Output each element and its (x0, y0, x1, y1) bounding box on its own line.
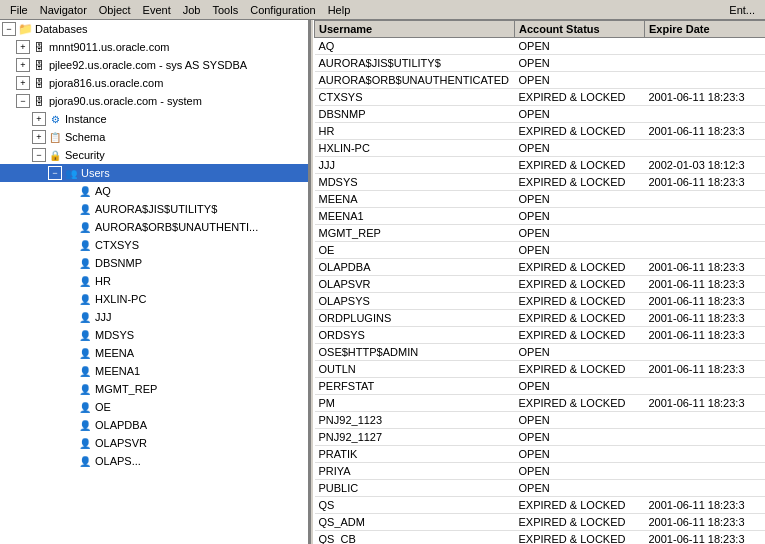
tree-label-aurora-orb: AURORA$ORB$UNAUTHENTI... (95, 221, 258, 233)
tree-node-user-aurora-jis[interactable]: 👤 AURORA$JIS$UTILITY$ (0, 200, 308, 218)
col-expire-date[interactable]: Expire Date (645, 21, 766, 38)
cell-expire: 2001-06-11 18:23:3 (645, 531, 766, 545)
table-row[interactable]: QSEXPIRED & LOCKED2001-06-11 18:23:3 (315, 497, 766, 514)
tree-node-user-oe[interactable]: 👤 OE (0, 398, 308, 416)
table-row[interactable]: PNJ92_1127OPEN (315, 429, 766, 446)
leaf-dbsnmp (62, 256, 76, 270)
tree-node-users[interactable]: − 👥 Users (0, 164, 308, 182)
tree-node-mnnt9011[interactable]: + 🗄 mnnt9011.us.oracle.com (0, 38, 308, 56)
expand-pjora816[interactable]: + (16, 76, 30, 90)
cell-status: OPEN (515, 72, 645, 89)
tree-node-schema[interactable]: + 📋 Schema (0, 128, 308, 146)
tree-node-user-mdsys[interactable]: 👤 MDSYS (0, 326, 308, 344)
tree-node-security[interactable]: − 🔒 Security (0, 146, 308, 164)
table-row[interactable]: OLAPDBAEXPIRED & LOCKED2001-06-11 18:23:… (315, 259, 766, 276)
col-account-status[interactable]: Account Status (515, 21, 645, 38)
cell-status: OPEN (515, 208, 645, 225)
cell-username: PRATIK (315, 446, 515, 463)
expand-pjlee92[interactable]: + (16, 58, 30, 72)
tree-node-user-aq[interactable]: 👤 AQ (0, 182, 308, 200)
user-icon: 👤 (77, 237, 93, 253)
expand-users[interactable]: − (48, 166, 62, 180)
table-row[interactable]: PRATIKOPEN (315, 446, 766, 463)
cell-username: AURORA$ORB$UNAUTHENTICATED (315, 72, 515, 89)
cell-expire (645, 446, 766, 463)
tree-node-user-hxlin[interactable]: 👤 HXLIN-PC (0, 290, 308, 308)
table-row[interactable]: OEOPEN (315, 242, 766, 259)
user-icon: 👤 (77, 435, 93, 451)
table-row[interactable]: OUTLNEXPIRED & LOCKED2001-06-11 18:23:3 (315, 361, 766, 378)
menu-tools[interactable]: Tools (207, 2, 245, 18)
menu-navigator[interactable]: Navigator (34, 2, 93, 18)
expand-security[interactable]: − (32, 148, 46, 162)
tree-node-user-jjj[interactable]: 👤 JJJ (0, 308, 308, 326)
user-icon: 👤 (77, 453, 93, 469)
menu-job[interactable]: Job (177, 2, 207, 18)
expand-pjora90[interactable]: − (16, 94, 30, 108)
tree-node-pjlee92[interactable]: + 🗄 pjlee92.us.oracle.com - sys AS SYSDB… (0, 56, 308, 74)
tree-node-pjora90[interactable]: − 🗄 pjora90.us.oracle.com - system (0, 92, 308, 110)
tree-node-instance[interactable]: + ⚙ Instance (0, 110, 308, 128)
leaf-mgmt-rep (62, 382, 76, 396)
table-row[interactable]: PMEXPIRED & LOCKED2001-06-11 18:23:3 (315, 395, 766, 412)
table-row[interactable]: ORDPLUGINSEXPIRED & LOCKED2001-06-11 18:… (315, 310, 766, 327)
table-row[interactable]: AQOPEN (315, 38, 766, 55)
table-row[interactable]: PUBLICOPEN (315, 480, 766, 497)
menu-event[interactable]: Event (137, 2, 177, 18)
expand-databases[interactable]: − (2, 22, 16, 36)
table-row[interactable]: MEENAOPEN (315, 191, 766, 208)
table-row[interactable]: OLAPSVREXPIRED & LOCKED2001-06-11 18:23:… (315, 276, 766, 293)
tree-label-olapsys: OLAPS... (95, 455, 141, 467)
tree-label-aurora-jis: AURORA$JIS$UTILITY$ (95, 203, 217, 215)
expand-mnnt9011[interactable]: + (16, 40, 30, 54)
tree-node-user-olapsys[interactable]: 👤 OLAPS... (0, 452, 308, 470)
tree-panel[interactable]: − 📁 Databases + 🗄 mnnt9011.us.oracle.com… (0, 20, 310, 544)
col-username[interactable]: Username (315, 21, 515, 38)
cell-status: OPEN (515, 140, 645, 157)
table-row[interactable]: PERFSTATOPEN (315, 378, 766, 395)
tree-node-user-olapsvr[interactable]: 👤 OLAPSVR (0, 434, 308, 452)
tree-node-user-aurora-orb[interactable]: 👤 AURORA$ORB$UNAUTHENTI... (0, 218, 308, 236)
tree-node-databases[interactable]: − 📁 Databases (0, 20, 308, 38)
menubar: File Navigator Object Event Job Tools Co… (0, 0, 765, 20)
table-row[interactable]: JJJEXPIRED & LOCKED2002-01-03 18:12:3 (315, 157, 766, 174)
user-icon: 👤 (77, 255, 93, 271)
table-row[interactable]: DBSNMPOPEN (315, 106, 766, 123)
cell-expire: 2001-06-11 18:23:3 (645, 395, 766, 412)
tree-node-user-meena1[interactable]: 👤 MEENA1 (0, 362, 308, 380)
leaf-aurora-jis (62, 202, 76, 216)
tree-label-security: Security (65, 149, 105, 161)
cell-username: OLAPSVR (315, 276, 515, 293)
table-row[interactable]: AURORA$ORB$UNAUTHENTICATEDOPEN (315, 72, 766, 89)
tree-node-user-ctxsys[interactable]: 👤 CTXSYS (0, 236, 308, 254)
table-row[interactable]: MDSYSEXPIRED & LOCKED2001-06-11 18:23:3 (315, 174, 766, 191)
expand-instance[interactable]: + (32, 112, 46, 126)
tree-node-pjora816[interactable]: + 🗄 pjora816.us.oracle.com (0, 74, 308, 92)
expand-schema[interactable]: + (32, 130, 46, 144)
cell-username: ORDPLUGINS (315, 310, 515, 327)
table-row[interactable]: HREXPIRED & LOCKED2001-06-11 18:23:3 (315, 123, 766, 140)
tree-node-user-meena[interactable]: 👤 MEENA (0, 344, 308, 362)
table-row[interactable]: ORDSYSEXPIRED & LOCKED2001-06-11 18:23:3 (315, 327, 766, 344)
menu-object[interactable]: Object (93, 2, 137, 18)
table-row[interactable]: PRIYAOPEN (315, 463, 766, 480)
menu-file[interactable]: File (4, 2, 34, 18)
table-row[interactable]: OSE$HTTP$ADMINOPEN (315, 344, 766, 361)
table-row[interactable]: AURORA$JIS$UTILITY$OPEN (315, 55, 766, 72)
menu-help[interactable]: Help (322, 2, 357, 18)
folder-icon: 📁 (17, 21, 33, 37)
table-row[interactable]: MEENA1OPEN (315, 208, 766, 225)
table-row[interactable]: CTXSYSEXPIRED & LOCKED2001-06-11 18:23:3 (315, 89, 766, 106)
table-row[interactable]: PNJ92_1123OPEN (315, 412, 766, 429)
tree-node-user-dbsnmp[interactable]: 👤 DBSNMP (0, 254, 308, 272)
table-row[interactable]: HXLIN-PCOPEN (315, 140, 766, 157)
table-row[interactable]: OLAPSYSEXPIRED & LOCKED2001-06-11 18:23:… (315, 293, 766, 310)
table-row[interactable]: MGMT_REPOPEN (315, 225, 766, 242)
table-row[interactable]: QS_CBEXPIRED & LOCKED2001-06-11 18:23:3 (315, 531, 766, 545)
table-row[interactable]: QS_ADMEXPIRED & LOCKED2001-06-11 18:23:3 (315, 514, 766, 531)
tree-node-user-olapdba[interactable]: 👤 OLAPDBA (0, 416, 308, 434)
tree-node-user-hr[interactable]: 👤 HR (0, 272, 308, 290)
tree-node-user-mgmt-rep[interactable]: 👤 MGMT_REP (0, 380, 308, 398)
menu-configuration[interactable]: Configuration (244, 2, 321, 18)
leaf-aurora-orb (62, 220, 76, 234)
